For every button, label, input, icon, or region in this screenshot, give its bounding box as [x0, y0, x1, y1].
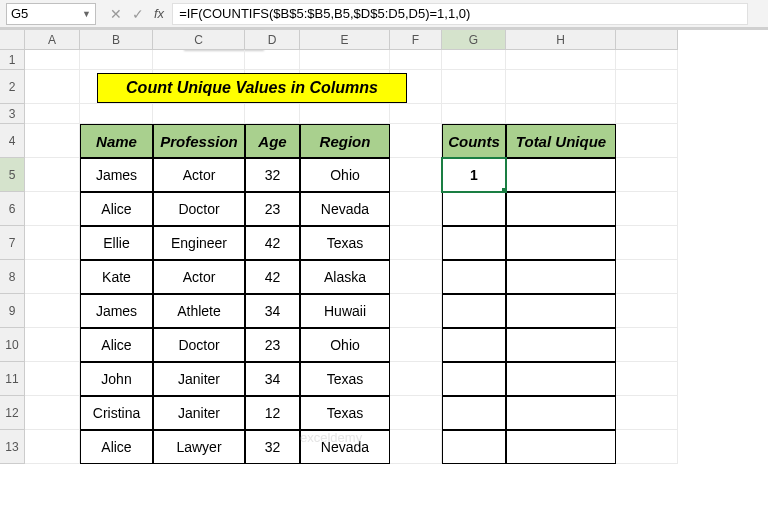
cell-E5[interactable]: Ohio: [300, 158, 390, 192]
row-header-8[interactable]: 8: [0, 260, 25, 294]
cell-H12[interactable]: [506, 396, 616, 430]
cell-F3[interactable]: [390, 104, 442, 124]
cell-I13[interactable]: [616, 430, 678, 464]
cell-H8[interactable]: [506, 260, 616, 294]
cell-F1[interactable]: [390, 50, 442, 70]
cell-B1[interactable]: [80, 50, 153, 70]
row-header-9[interactable]: 9: [0, 294, 25, 328]
cancel-icon[interactable]: ✕: [110, 6, 122, 22]
cell-A11[interactable]: [25, 362, 80, 396]
cell-D6[interactable]: 23: [245, 192, 300, 226]
select-all-corner[interactable]: [0, 30, 25, 50]
cell-I2[interactable]: [616, 70, 678, 104]
cell-C10[interactable]: Doctor: [153, 328, 245, 362]
cell-B13[interactable]: Alice: [80, 430, 153, 464]
row-header-4[interactable]: 4: [0, 124, 25, 158]
cell-A2[interactable]: [25, 70, 80, 104]
cell-D3[interactable]: [245, 104, 300, 124]
cell-B3[interactable]: [80, 104, 153, 124]
cell-H2[interactable]: [506, 70, 616, 104]
name-box[interactable]: G5 ▼: [6, 3, 96, 25]
row-header-7[interactable]: 7: [0, 226, 25, 260]
cell-I6[interactable]: [616, 192, 678, 226]
cell-I8[interactable]: [616, 260, 678, 294]
cell-H6[interactable]: [506, 192, 616, 226]
cell-D13[interactable]: 32: [245, 430, 300, 464]
cell-G11[interactable]: [442, 362, 506, 396]
cell-G7[interactable]: [442, 226, 506, 260]
col-header-C[interactable]: C: [153, 30, 245, 50]
cell-I10[interactable]: [616, 328, 678, 362]
cell-A5[interactable]: [25, 158, 80, 192]
cell-A3[interactable]: [25, 104, 80, 124]
cell-F6[interactable]: [390, 192, 442, 226]
cell-E4[interactable]: Region: [300, 124, 390, 158]
cell-H1[interactable]: [506, 50, 616, 70]
cell-A10[interactable]: [25, 328, 80, 362]
cell-E10[interactable]: Ohio: [300, 328, 390, 362]
cell-F5[interactable]: [390, 158, 442, 192]
cell-A8[interactable]: [25, 260, 80, 294]
cell-A7[interactable]: [25, 226, 80, 260]
cell-G10[interactable]: [442, 328, 506, 362]
cell-G6[interactable]: [442, 192, 506, 226]
enter-icon[interactable]: ✓: [132, 6, 144, 22]
cell-G1[interactable]: [442, 50, 506, 70]
cell-G8[interactable]: [442, 260, 506, 294]
cell-G5[interactable]: 1: [442, 158, 506, 192]
cell-G13[interactable]: [442, 430, 506, 464]
cell-B7[interactable]: Ellie: [80, 226, 153, 260]
cell-A1[interactable]: [25, 50, 80, 70]
cell-D7[interactable]: 42: [245, 226, 300, 260]
cell-F8[interactable]: [390, 260, 442, 294]
col-header-E[interactable]: E: [300, 30, 390, 50]
cell-I5[interactable]: [616, 158, 678, 192]
cell-D8[interactable]: 42: [245, 260, 300, 294]
col-header-H[interactable]: H: [506, 30, 616, 50]
row-header-1[interactable]: 1: [0, 50, 25, 70]
col-header-D[interactable]: D: [245, 30, 300, 50]
cell-F11[interactable]: [390, 362, 442, 396]
cell-I3[interactable]: [616, 104, 678, 124]
cell-H7[interactable]: [506, 226, 616, 260]
cell-C12[interactable]: Janiter: [153, 396, 245, 430]
cell-F7[interactable]: [390, 226, 442, 260]
cell-B5[interactable]: James: [80, 158, 153, 192]
col-header-F[interactable]: F: [390, 30, 442, 50]
cell-C1[interactable]: [153, 50, 245, 70]
cell-F9[interactable]: [390, 294, 442, 328]
row-header-10[interactable]: 10: [0, 328, 25, 362]
cell-B11[interactable]: John: [80, 362, 153, 396]
cell-H5[interactable]: [506, 158, 616, 192]
cell-B4[interactable]: Name: [80, 124, 153, 158]
cell-A4[interactable]: [25, 124, 80, 158]
cell-C5[interactable]: Actor: [153, 158, 245, 192]
row-header-13[interactable]: 13: [0, 430, 25, 464]
row-header-2[interactable]: 2: [0, 70, 25, 104]
cell-E9[interactable]: Huwaii: [300, 294, 390, 328]
cell-C13[interactable]: Lawyer: [153, 430, 245, 464]
cell-C3[interactable]: [153, 104, 245, 124]
cell-D12[interactable]: 12: [245, 396, 300, 430]
col-header-A[interactable]: A: [25, 30, 80, 50]
cell-G12[interactable]: [442, 396, 506, 430]
cell-E3[interactable]: [300, 104, 390, 124]
cell-E13[interactable]: Nevada: [300, 430, 390, 464]
cell-I12[interactable]: [616, 396, 678, 430]
cell-H3[interactable]: [506, 104, 616, 124]
cell-C9[interactable]: Athlete: [153, 294, 245, 328]
cell-F4[interactable]: [390, 124, 442, 158]
cell-F13[interactable]: [390, 430, 442, 464]
cell-I1[interactable]: [616, 50, 678, 70]
formula-input[interactable]: =IF(COUNTIFS($B$5:$B5,B5,$D$5:D5,D5)=1,1…: [172, 3, 748, 25]
cell-D11[interactable]: 34: [245, 362, 300, 396]
cell-D10[interactable]: 23: [245, 328, 300, 362]
col-header-G[interactable]: G: [442, 30, 506, 50]
cell-F10[interactable]: [390, 328, 442, 362]
cell-B9[interactable]: James: [80, 294, 153, 328]
cell-D9[interactable]: 34: [245, 294, 300, 328]
cell-G3[interactable]: [442, 104, 506, 124]
cell-B12[interactable]: Cristina: [80, 396, 153, 430]
cell-B10[interactable]: Alice: [80, 328, 153, 362]
cell-F12[interactable]: [390, 396, 442, 430]
